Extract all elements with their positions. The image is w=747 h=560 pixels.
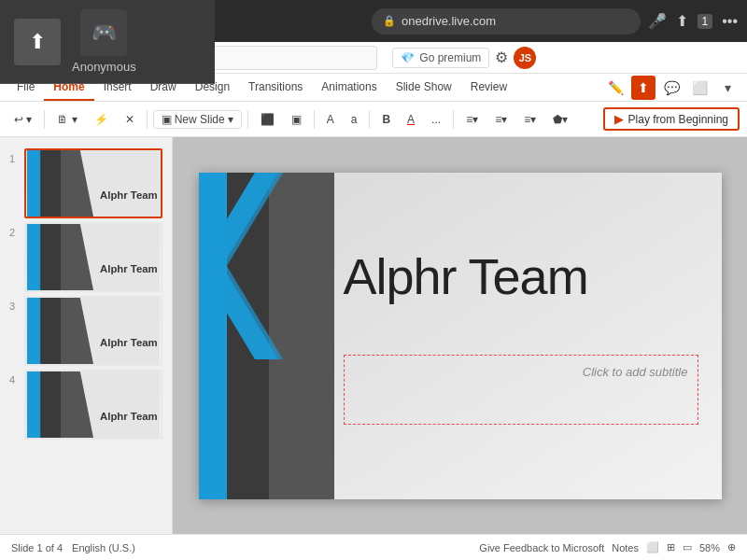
status-right: Give Feedback to Microsoft Notes ⬜ ⊞ ▭ 5…: [479, 541, 736, 553]
profile-popup: ⬆ 🎮 Anonymous: [0, 0, 215, 84]
canvas-subtitle-placeholder: Click to add subtitle: [354, 365, 688, 379]
view-grid-icon[interactable]: ⊞: [667, 541, 675, 553]
address-bar[interactable]: 🔒 onedrive.live.com: [372, 8, 641, 35]
sep4: [314, 110, 315, 129]
share-icon[interactable]: ⬆: [676, 12, 688, 30]
zoom-slider-icon[interactable]: ⊕: [727, 541, 736, 553]
pen-icon[interactable]: ✏️: [603, 76, 627, 100]
slide-thumb-4[interactable]: 4 Alphr Team: [9, 370, 162, 440]
slide-preview-1[interactable]: Alphr Team: [24, 148, 162, 218]
tab-slideshow[interactable]: Slide Show: [387, 74, 461, 101]
bold-label: B: [382, 113, 390, 126]
canvas-title-area: Alphr Team: [344, 247, 588, 305]
user-avatar[interactable]: JS: [514, 47, 536, 69]
settings-icon[interactable]: ⚙: [495, 49, 508, 66]
sep1: [44, 110, 45, 129]
slide-svg-1: Alphr Team: [26, 150, 161, 217]
new-slide-chevron: ▾: [228, 113, 233, 126]
slide-thumb-2[interactable]: 2 Alphr Team: [9, 222, 162, 292]
main-area: 1 Alphr Team 2: [0, 137, 747, 534]
share-ribbon-icon[interactable]: ⬆: [631, 76, 655, 100]
sep6: [453, 110, 454, 129]
slide-num-4: 4: [9, 374, 19, 385]
file-btn[interactable]: 🗎 ▾: [50, 110, 83, 129]
svg-text:Alphr Team: Alphr Team: [100, 189, 158, 201]
color-box-btn[interactable]: ▣: [285, 110, 308, 129]
format-btn[interactable]: ⚡: [88, 110, 115, 129]
font-size-large: A: [327, 113, 334, 126]
tab-transitions[interactable]: Transitions: [239, 74, 312, 101]
menu-icon[interactable]: •••: [722, 13, 738, 30]
new-slide-icon: ▣: [162, 113, 172, 126]
bold-btn[interactable]: B: [375, 110, 397, 129]
tab-review[interactable]: Review: [461, 74, 516, 101]
slide-info: Slide 1 of 4: [11, 542, 63, 553]
new-slide-button[interactable]: ▣ New Slide ▾: [153, 110, 242, 129]
diamond-icon: 💎: [401, 51, 415, 64]
svg-text:Alphr Team: Alphr Team: [100, 411, 158, 422]
game-avatar: 🎮: [80, 9, 127, 56]
slide-preview-2[interactable]: Alphr Team: [24, 222, 162, 292]
more-label: ...: [431, 113, 441, 126]
new-slide-label: New Slide: [175, 113, 225, 126]
font-size-small-btn[interactable]: a: [345, 110, 364, 129]
lock-icon: 🔒: [383, 15, 396, 27]
slide-svg-2: Alphr Team: [26, 224, 161, 290]
slide-panel: 1 Alphr Team 2: [0, 137, 173, 534]
slide-num-2: 2: [9, 227, 19, 238]
feedback-label[interactable]: Give Feedback to Microsoft: [479, 542, 604, 553]
font-size-large-btn[interactable]: A: [320, 110, 341, 129]
present-icon[interactable]: ⬜: [687, 76, 712, 100]
view-normal-icon[interactable]: ⬜: [646, 541, 659, 553]
notes-btn[interactable]: Notes: [612, 542, 639, 553]
play-icon: ▶: [614, 112, 624, 126]
font-color-label: A: [407, 113, 415, 126]
go-premium-button[interactable]: 💎 Go premium: [392, 48, 489, 68]
slide-num-1: 1: [9, 153, 19, 164]
sep3: [247, 110, 248, 129]
slide-preview-3[interactable]: Alphr Team: [24, 296, 162, 366]
language-label: English (U.S.): [72, 542, 135, 553]
layout-btn[interactable]: ⬛: [254, 110, 281, 129]
sep2: [147, 110, 148, 129]
svg-marker-24: [269, 173, 334, 499]
canvas-slide-title[interactable]: Alphr Team: [344, 247, 588, 305]
slide-svg-3: Alphr Team: [26, 298, 161, 364]
slide-canvas[interactable]: Alphr Team Click to add subtitle: [199, 173, 722, 499]
svg-text:Alphr Team: Alphr Team: [100, 263, 158, 274]
undo-button[interactable]: ↩ ▾: [7, 110, 38, 129]
slide-thumb-1[interactable]: 1 Alphr Team: [9, 148, 162, 218]
canvas-area[interactable]: Alphr Team Click to add subtitle: [173, 137, 747, 534]
zoom-level: 58%: [699, 542, 720, 553]
sep5: [369, 110, 370, 129]
tab-animations[interactable]: Animations: [312, 74, 386, 101]
align-btn[interactable]: ≡▾: [517, 110, 543, 129]
slide-num-3: 3: [9, 301, 19, 312]
comment-icon[interactable]: 💬: [659, 76, 684, 100]
slide-preview-4[interactable]: Alphr Team: [24, 370, 162, 440]
svg-text:Alphr Team: Alphr Team: [100, 337, 158, 348]
tab-count[interactable]: 1: [698, 14, 713, 29]
more-btn[interactable]: ...: [425, 110, 447, 129]
expand-ribbon-icon[interactable]: ▾: [715, 76, 740, 100]
canvas-subtitle-box[interactable]: Click to add subtitle: [344, 355, 698, 425]
numbering-btn[interactable]: ≡▾: [488, 110, 514, 129]
delete-btn[interactable]: ✕: [119, 110, 141, 129]
toolbar: ↩ ▾ 🗎 ▾ ⚡ ✕ ▣ New Slide ▾ ⬛ ▣ A a B A ..…: [0, 102, 747, 137]
slide-thumb-3[interactable]: 3 Alphr Team: [9, 296, 162, 366]
font-color-btn[interactable]: A: [401, 110, 421, 129]
play-label: Play from Beginning: [628, 113, 728, 126]
url-text: onedrive.live.com: [402, 14, 496, 28]
profile-label: Anonymous: [72, 60, 136, 74]
mic-icon[interactable]: 🎤: [648, 12, 667, 30]
list-btn[interactable]: ≡▾: [459, 110, 485, 129]
canvas-svg: [199, 173, 722, 499]
browser-actions: 🎤 ⬆ 1 •••: [648, 12, 739, 30]
shapes-btn[interactable]: ⬟▾: [546, 110, 574, 129]
font-size-small: a: [351, 113, 358, 126]
view-reading-icon[interactable]: ▭: [683, 541, 692, 553]
play-from-beginning-button[interactable]: ▶ Play from Beginning: [603, 107, 740, 131]
upload-icon: ⬆: [14, 19, 61, 65]
slide-svg-4: Alphr Team: [26, 371, 161, 438]
premium-label: Go premium: [419, 51, 481, 64]
